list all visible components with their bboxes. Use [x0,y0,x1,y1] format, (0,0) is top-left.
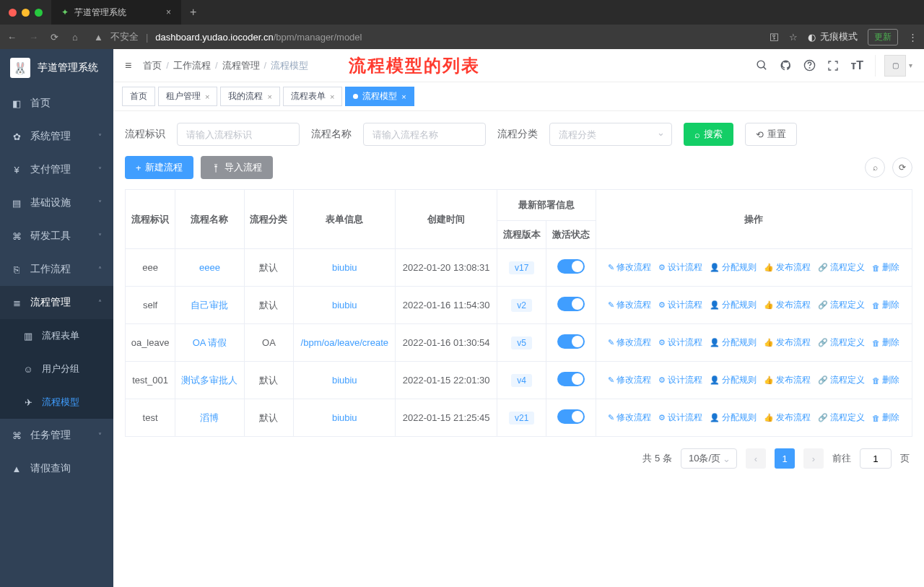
cell-name[interactable]: eeee [175,249,245,287]
status-toggle[interactable] [557,334,585,349]
op-assign[interactable]: 👤分配规则 [710,412,757,424]
op-publish[interactable]: 👍发布流程 [764,374,811,386]
status-toggle[interactable] [557,259,585,274]
home-button[interactable]: ⌂ [72,32,84,43]
sidebar-subitem[interactable]: ☺用户分组 [0,352,113,386]
refresh-button[interactable]: ⟳ [892,157,912,178]
address-bar[interactable]: ▲ 不安全 | dashboard.yudao.iocoder.cn/bpm/m… [94,30,759,43]
op-design[interactable]: ⚙设计流程 [658,299,702,311]
op-design[interactable]: ⚙设计流程 [658,374,702,386]
star-icon[interactable]: ☆ [789,32,798,43]
filter-cat-select[interactable] [549,123,672,146]
cell-form[interactable]: biubiu [294,249,396,287]
breadcrumb-item[interactable]: 工作流程 [173,59,211,72]
close-tag-icon[interactable]: × [330,92,334,101]
op-publish[interactable]: 👍发布流程 [764,336,811,349]
close-tab-icon[interactable]: × [166,7,171,17]
brand[interactable]: 🐰 芋道管理系统 [0,49,113,87]
page-1-button[interactable]: 1 [775,448,795,469]
sidebar-subitem[interactable]: ▥流程表单 [0,319,113,352]
status-toggle[interactable] [557,372,585,386]
op-delete[interactable]: 🗑删除 [872,299,899,311]
cell-name[interactable]: 自己审批 [175,287,245,324]
sidebar-item[interactable]: ◧首页 [0,87,113,120]
op-publish[interactable]: 👍发布流程 [764,299,811,311]
op-assign[interactable]: 👤分配规则 [710,261,757,274]
close-tag-icon[interactable]: × [401,92,406,101]
cell-status[interactable] [546,399,596,437]
status-toggle[interactable] [557,409,585,424]
op-edit[interactable]: ✎修改流程 [608,374,651,386]
close-tag-icon[interactable]: × [267,92,271,101]
minimize-window-icon[interactable] [22,9,30,17]
tag[interactable]: 流程表单× [283,87,342,106]
browser-menu-icon[interactable]: ⋮ [908,32,917,43]
cell-status[interactable] [546,249,596,287]
page-size-select[interactable]: 10条/页 ⌄ [681,448,737,469]
tag[interactable]: 流程模型× [345,87,414,106]
cell-status[interactable] [546,362,596,399]
key-icon[interactable]: ⚿ [770,32,779,43]
op-def[interactable]: 🔗流程定义 [818,374,865,386]
sidebar-item[interactable]: ✿系统管理˅ [0,120,113,153]
op-def[interactable]: 🔗流程定义 [818,412,865,424]
text-size-icon[interactable]: тT [850,59,863,72]
sidebar-item-process-mgmt[interactable]: ≣ 流程管理 ˄ [0,286,113,319]
hamburger-icon[interactable]: ≡ [125,59,131,72]
browser-tab[interactable]: ✦ 芋道管理系统 × [51,0,181,25]
close-window-icon[interactable] [9,9,17,17]
filter-name-input[interactable] [363,123,486,146]
op-assign[interactable]: 👤分配规则 [710,299,757,311]
filter-cat-input[interactable] [549,123,672,146]
tag[interactable]: 首页 [122,87,155,106]
next-page-button[interactable]: › [803,448,824,469]
incognito-indicator[interactable]: ◐ 无痕模式 [808,30,858,43]
back-button[interactable]: ← [7,32,19,43]
cell-form[interactable]: biubiu [294,362,396,399]
sidebar-item[interactable]: ¥支付管理˅ [0,153,113,186]
update-button[interactable]: 更新 [868,29,898,45]
op-def[interactable]: 🔗流程定义 [818,299,865,311]
cell-name[interactable]: 滔博 [175,399,245,437]
user-menu[interactable]: ▢ ▾ [875,55,912,77]
filter-key-input[interactable] [177,123,300,146]
breadcrumb-item[interactable]: 流程管理 [222,59,260,72]
import-process-button[interactable]: ⭱ 导入流程 [201,156,273,179]
cell-form[interactable]: /bpm/oa/leave/create [294,324,396,362]
op-def[interactable]: 🔗流程定义 [818,336,865,349]
sidebar-subitem[interactable]: ✈流程模型 [0,386,113,419]
op-def[interactable]: 🔗流程定义 [818,261,865,274]
op-publish[interactable]: 👍发布流程 [764,412,811,424]
tag[interactable]: 租户管理× [158,87,217,106]
sidebar-item[interactable]: ⎘工作流程˄ [0,253,113,286]
cell-form[interactable]: biubiu [294,399,396,437]
cell-name[interactable]: OA 请假 [175,324,245,362]
sidebar-item[interactable]: ⌘任务管理˅ [0,419,113,452]
search-icon[interactable] [756,59,768,71]
op-edit[interactable]: ✎修改流程 [608,336,651,349]
sidebar-item[interactable]: ▲请假查询 [0,452,113,485]
maximize-window-icon[interactable] [35,9,43,17]
op-publish[interactable]: 👍发布流程 [764,261,811,274]
search-button[interactable]: ⌕ 搜索 [684,123,733,146]
op-design[interactable]: ⚙设计流程 [658,412,702,424]
cell-form[interactable]: biubiu [294,287,396,324]
op-assign[interactable]: 👤分配规则 [710,374,757,386]
fullscreen-icon[interactable] [827,60,839,71]
prev-page-button[interactable]: ‹ [746,448,766,469]
op-design[interactable]: ⚙设计流程 [658,261,702,274]
op-design[interactable]: ⚙设计流程 [658,336,702,349]
op-delete[interactable]: 🗑删除 [872,412,899,424]
tag[interactable]: 我的流程× [220,87,279,106]
sidebar-item[interactable]: ▤基础设施˅ [0,186,113,219]
breadcrumb-item[interactable]: 首页 [143,59,162,72]
op-assign[interactable]: 👤分配规则 [710,336,757,349]
new-process-button[interactable]: + 新建流程 [125,156,193,179]
op-edit[interactable]: ✎修改流程 [608,299,651,311]
op-edit[interactable]: ✎修改流程 [608,412,651,424]
op-delete[interactable]: 🗑删除 [872,336,899,349]
cell-name[interactable]: 测试多审批人 [175,362,245,399]
new-tab-button[interactable]: + [181,6,205,19]
cell-status[interactable] [546,287,596,324]
sidebar-item[interactable]: ⌘研发工具˅ [0,219,113,253]
